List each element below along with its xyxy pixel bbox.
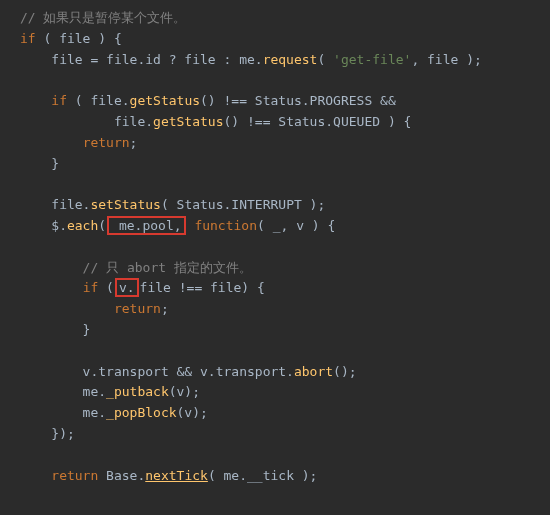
string-literal: 'get-file'	[333, 52, 411, 67]
code-line: if ( file.getStatus() !== Status.PROGRES…	[20, 91, 550, 112]
method-nexttick: nextTick	[145, 468, 208, 483]
method-popblock: _popBlock	[106, 405, 176, 420]
code-line: return;	[20, 299, 550, 320]
keyword-return: return	[114, 301, 161, 316]
code-line: }	[20, 154, 550, 175]
code-line: $.each( me.pool, function( _, v ) {	[20, 216, 550, 237]
code-line: if ( file ) {	[20, 29, 550, 50]
keyword-if: if	[83, 280, 99, 295]
method-setstatus: setStatus	[90, 197, 160, 212]
code-line: }	[20, 320, 550, 341]
keyword-return: return	[83, 135, 130, 150]
method-each: each	[67, 218, 98, 233]
code-line: me._putback(v);	[20, 382, 550, 403]
comment: // 如果只是暂停某个文件。	[20, 10, 186, 25]
code-line: me._popBlock(v);	[20, 403, 550, 424]
code-line: if (v.file !== file) {	[20, 278, 550, 299]
code-line: file.getStatus() !== Status.QUEUED ) {	[20, 112, 550, 133]
code-line: file = file.id ? file : me.request( 'get…	[20, 50, 550, 71]
method-putback: _putback	[106, 384, 169, 399]
keyword-return: return	[51, 468, 98, 483]
code-line: return Base.nextTick( me.__tick );	[20, 466, 550, 487]
code-line: // 只 abort 指定的文件。	[20, 258, 550, 279]
code-line: file.setStatus( Status.INTERRUPT );	[20, 195, 550, 216]
highlight-box-v: v.	[115, 278, 139, 297]
code-line: });	[20, 424, 550, 445]
method-getstatus: getStatus	[153, 114, 223, 129]
code-line: v.transport && v.transport.abort();	[20, 362, 550, 383]
blank-line	[20, 445, 550, 466]
blank-line	[20, 70, 550, 91]
code-line: // 如果只是暂停某个文件。	[20, 8, 550, 29]
blank-line	[20, 341, 550, 362]
keyword-if: if	[20, 31, 36, 46]
code-editor[interactable]: // 如果只是暂停某个文件。 if ( file ) { file = file…	[0, 0, 550, 494]
method-request: request	[263, 52, 318, 67]
code-line: return;	[20, 133, 550, 154]
comment: // 只 abort 指定的文件。	[20, 260, 252, 275]
method-abort: abort	[294, 364, 333, 379]
highlight-box-pool: me.pool,	[107, 216, 185, 235]
keyword-function: function	[194, 218, 257, 233]
keyword-if: if	[51, 93, 67, 108]
method-getstatus: getStatus	[130, 93, 200, 108]
blank-line	[20, 237, 550, 258]
blank-line	[20, 174, 550, 195]
